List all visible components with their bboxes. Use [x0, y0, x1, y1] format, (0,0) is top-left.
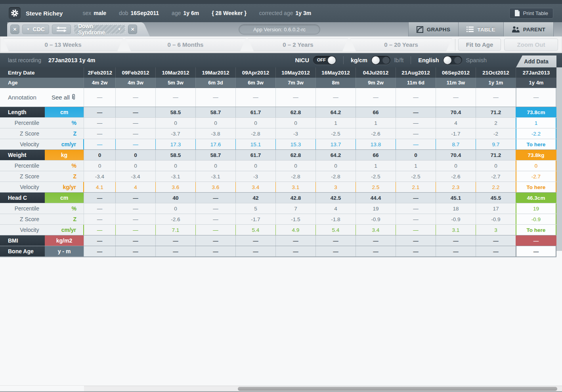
entry-date-header-cell: 09Feb2012	[115, 67, 155, 78]
velocity-unit: kg/yr	[44, 184, 83, 190]
weight-velocity-cell: 4.1	[84, 182, 115, 192]
bone-age-row: Bone Agey - m————————————	[0, 246, 556, 257]
weight-value-cell: 66	[356, 150, 396, 160]
fit-to-age-button[interactable]: Fit to Age	[458, 38, 501, 51]
parent-people-icon	[512, 26, 520, 33]
footer-divider	[0, 385, 84, 386]
headc-value-cell: 42	[235, 193, 275, 203]
app-version-badge: App Version: 0.6.0.2-rc	[239, 24, 320, 34]
length-zscore-cell: -2.5	[315, 128, 356, 139]
headc-value-cell: 45.1	[436, 193, 476, 203]
weight-value-cell: 73.8kg	[516, 150, 556, 160]
age-header-row: Age4m 2w4m 3w5m 3w6m 3d6m 3w7m 3w8m9m 2w…	[0, 78, 556, 88]
length-velocity-cell: 13.7	[315, 139, 356, 149]
range-0-2-years[interactable]: 0 – 2 Years	[248, 38, 348, 51]
bone-age-cell: —	[235, 246, 275, 256]
language-toggle[interactable]	[443, 56, 462, 65]
table-list-icon	[466, 27, 474, 32]
annotation-cell: —	[155, 88, 195, 107]
zoom-out-button[interactable]: Zoom Out	[504, 38, 558, 51]
language-toggle-track	[454, 57, 461, 64]
weight-percentile-row: Percentile%000000011000	[0, 160, 556, 171]
velocity-label: Velocity	[0, 184, 44, 190]
headc-value-cell: —	[115, 193, 155, 203]
age-header-cell: 7m 3w	[275, 78, 315, 88]
headc-zscore-cell: -0.9	[436, 214, 476, 224]
app-window: Steve Richey sexmale dob16Sep2011 age1y …	[0, 0, 562, 392]
length-unit: cm	[45, 107, 84, 117]
bone-age-cell: —	[115, 246, 155, 256]
parent-view-button[interactable]: PARENT	[503, 22, 554, 36]
annotation-cell: —	[115, 88, 155, 107]
weight-zscore-cell: -2.7	[516, 171, 556, 182]
headc-percentile-cell: —	[115, 203, 155, 214]
length-value-cell: —	[396, 107, 436, 117]
weight-zscore-cell: -2.8	[315, 171, 356, 182]
patient-name: Steve Richey	[26, 10, 63, 17]
weight-zscore-label-cell: Z ScoreZ	[0, 171, 84, 182]
weight-percentile-cell: 0	[516, 161, 556, 171]
weight-zscore-cell: -3.4	[115, 171, 155, 182]
paperclip-icon	[71, 94, 76, 101]
bone-age-cell: —	[315, 246, 356, 256]
table-view-button[interactable]: TABLE	[458, 22, 503, 36]
bone-age-cell: —	[84, 246, 115, 256]
annotation-row: AnnotationSee all————————————	[0, 88, 556, 107]
weight-velocity-row: Velocitykg/yr4.143.63.63.43.132.52.12.32…	[0, 182, 556, 192]
weight-value-cell: 0	[115, 150, 155, 160]
add-data-button[interactable]: Add Data	[516, 55, 556, 67]
headc-velocity-row: Velocitycm/yr——7.1—5.44.95.43.4—3.13To h…	[0, 224, 556, 235]
length-velocity-cell: —	[115, 139, 155, 149]
growth-data-table: Entry Date2Feb201209Feb201210Mar201219Ma…	[0, 67, 556, 257]
weight-zscore-cell: -2.5	[396, 171, 436, 182]
bmi-cell: —	[476, 235, 516, 246]
headc-unit: cm	[45, 193, 84, 203]
length-velocity-cell: 15.3	[275, 139, 315, 149]
chart-tab[interactable]: × ▼ CDC Down Syndrome ▼ ×	[7, 22, 140, 36]
range-0-13-weeks[interactable]: 0 – 13 Weeks	[3, 38, 123, 51]
headc-label: Head C	[0, 193, 45, 203]
weight-zscore-cell: -2.7	[476, 171, 516, 182]
weight-value-cell: 0	[84, 150, 115, 160]
graph-curve-icon	[417, 26, 423, 33]
headc-percentile-cell: 0	[155, 203, 195, 214]
bmi-cell: —	[84, 235, 115, 246]
age-header-cell: 6m 3w	[235, 78, 275, 88]
overlay-condition-dropdown[interactable]: Down Syndrome ▼	[74, 25, 126, 34]
weight-velocity-cell: 3.6	[155, 182, 195, 192]
units-toggle[interactable]	[371, 56, 390, 65]
nicu-toggle[interactable]: OFF	[313, 56, 336, 65]
headc-zscore-cell: —	[84, 214, 115, 224]
age-header-cell: 4m 2w	[84, 78, 115, 88]
chevron-down-icon: ▼	[27, 27, 30, 31]
length-percentile-label-cell: Percentile%	[0, 118, 84, 128]
headc-value-cell: 40	[155, 193, 195, 203]
weight-percentile-cell: 0	[476, 161, 516, 171]
chart-source-dropdown[interactable]: ▼ CDC	[22, 25, 49, 34]
swap-charts-button[interactable]	[52, 25, 71, 34]
see-all-link[interactable]: See all	[52, 94, 76, 101]
age-header-cell: 5m 3w	[155, 78, 195, 88]
close-tab-button[interactable]: ×	[10, 25, 19, 34]
weight-label: Weight	[0, 150, 45, 160]
length-zscore-cell: -3.7	[155, 128, 195, 139]
headc-velocity-cell: 3.4	[356, 225, 396, 235]
range-0-20-years[interactable]: 0 – 20 Years	[350, 38, 452, 51]
close-overlay-button[interactable]: ×	[128, 25, 137, 34]
weight-velocity-cell: 3	[315, 182, 356, 192]
bmi-cell: —	[115, 235, 155, 246]
range-0-6-months[interactable]: 0 – 6 Months	[125, 38, 246, 51]
annotation-cell: —	[315, 88, 356, 107]
settings-button[interactable]	[9, 7, 21, 19]
horizontal-scrollbar[interactable]	[84, 386, 562, 391]
age-header-cell: 6m 3d	[195, 78, 235, 88]
print-table-button[interactable]: Print Table	[509, 8, 553, 19]
headc-zscore-cell: -1.8	[315, 214, 356, 224]
length-percentile-cell: —	[84, 118, 115, 128]
horizontal-scrollbar-thumb[interactable]	[238, 387, 557, 391]
velocity-label: Velocity	[0, 141, 44, 147]
length-value-cell: 73.8cm	[516, 107, 556, 117]
entry-date-header-cell: 09Apr2012	[235, 67, 275, 78]
graphs-view-button[interactable]: GRAPHS	[408, 22, 459, 36]
entry-date-header-cell: 21Aug2012	[396, 67, 436, 78]
